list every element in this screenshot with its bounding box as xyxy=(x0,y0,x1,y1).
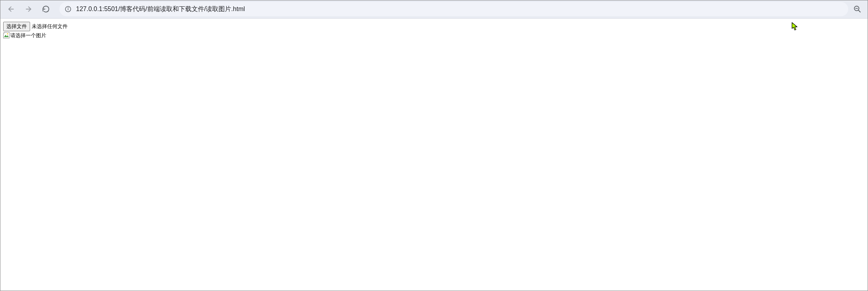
image-placeholder: 请选择一个图片 xyxy=(3,32,865,39)
window-border xyxy=(0,0,868,291)
info-icon xyxy=(65,6,72,13)
file-status-text: 未选择任何文件 xyxy=(32,23,68,30)
choose-file-button[interactable]: 选择文件 xyxy=(3,22,30,31)
address-bar-container: 127.0.0.1:5501/博客代码/前端读取和下载文件/读取图片.html xyxy=(59,2,864,16)
file-input[interactable]: 选择文件 未选择任何文件 xyxy=(3,22,865,31)
url-text[interactable]: 127.0.0.1:5501/博客代码/前端读取和下载文件/读取图片.html xyxy=(76,5,843,13)
zoom-button[interactable] xyxy=(851,2,864,16)
page-content: 选择文件 未选择任何文件 请选择一个图片 xyxy=(0,19,868,42)
reload-button[interactable] xyxy=(39,2,53,16)
address-bar[interactable]: 127.0.0.1:5501/博客代码/前端读取和下载文件/读取图片.html xyxy=(59,2,848,16)
forward-button[interactable] xyxy=(21,2,36,16)
browser-toolbar: 127.0.0.1:5501/博客代码/前端读取和下载文件/读取图片.html xyxy=(0,0,868,19)
back-button[interactable] xyxy=(4,2,18,16)
reload-icon xyxy=(42,5,50,13)
image-alt-text: 请选择一个图片 xyxy=(10,32,46,39)
svg-line-6 xyxy=(859,10,860,12)
site-info-icon[interactable] xyxy=(64,5,72,13)
arrow-right-icon xyxy=(25,5,32,13)
svg-point-10 xyxy=(7,33,8,34)
svg-rect-8 xyxy=(4,32,9,38)
search-icon xyxy=(853,5,861,13)
svg-point-4 xyxy=(68,8,68,8)
broken-image-icon xyxy=(3,32,9,38)
arrow-left-icon xyxy=(7,5,15,13)
